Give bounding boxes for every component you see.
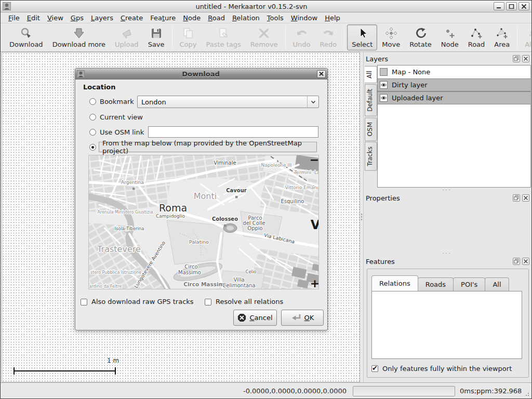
- features-tab-all[interactable]: All: [485, 277, 509, 291]
- toolbar-button-label: Save: [148, 41, 165, 48]
- menu-file[interactable]: File: [5, 13, 23, 23]
- cancel-button[interactable]: Cancel: [233, 310, 277, 326]
- properties-splitter[interactable]: [442, 189, 451, 191]
- toolbar-button-save[interactable]: Save: [143, 24, 169, 50]
- menu-road[interactable]: Road: [204, 13, 229, 23]
- layers-close-icon[interactable]: [522, 55, 529, 62]
- layers-tab-osm[interactable]: OSM: [365, 117, 377, 141]
- toolbar-button-download[interactable]: Download: [5, 24, 48, 50]
- layers-panel-title: Layers: [366, 55, 511, 63]
- menu-layers[interactable]: Layers: [87, 13, 117, 23]
- bookmark-radio[interactable]: [89, 98, 96, 105]
- map-zoom-in-button[interactable]: +: [310, 277, 319, 289]
- map-label-celio: Celio: [245, 269, 256, 274]
- maximize-button[interactable]: [506, 2, 517, 10]
- menu-help[interactable]: Help: [321, 13, 344, 23]
- features-tab-poi-s[interactable]: POI's: [453, 277, 485, 291]
- map-label-circo: Circo: [184, 264, 197, 270]
- osm-link-radio[interactable]: [89, 129, 96, 136]
- app-icon: [3, 2, 11, 10]
- features-splitter[interactable]: [442, 252, 451, 255]
- viewport-filter-checkbox[interactable]: [371, 365, 378, 372]
- toolbar-button-road[interactable]: Road: [463, 24, 490, 50]
- layers-tab-all[interactable]: All: [365, 66, 377, 83]
- menu-gps[interactable]: Gps: [67, 13, 87, 23]
- toolbar-button-redo[interactable]: Redo: [315, 24, 342, 50]
- layer-row-uploaded-layer[interactable]: Uploaded layer: [378, 91, 530, 104]
- menu-view[interactable]: View: [44, 13, 67, 23]
- toolbar-button-label: Select: [352, 41, 373, 48]
- layers-tab-tracks[interactable]: Tracks: [365, 142, 377, 171]
- from-map-radio[interactable]: [89, 144, 96, 151]
- ok-button[interactable]: OK: [281, 310, 324, 326]
- menu-relation[interactable]: Relation: [229, 13, 263, 23]
- resolve-relations-checkbox[interactable]: [205, 299, 211, 305]
- menu-create[interactable]: Create: [117, 13, 147, 23]
- current-view-radio[interactable]: [89, 114, 96, 121]
- map-zoom-out-button[interactable]: −: [310, 155, 319, 166]
- toolbar-button-move[interactable]: Move: [377, 24, 405, 50]
- layer-row-dirty-layer[interactable]: Dirty layer: [378, 78, 530, 91]
- layer-row-map-none[interactable]: Map - None: [378, 65, 530, 78]
- menu-tools[interactable]: Tools: [263, 13, 287, 23]
- layers-panel-header: Layers: [366, 54, 529, 63]
- eye-icon[interactable]: [380, 94, 388, 102]
- features-list[interactable]: [371, 291, 522, 359]
- toolbar-button-undo[interactable]: Undo: [288, 24, 315, 50]
- menu-window[interactable]: Window: [287, 13, 321, 23]
- viewport-filter-row: Only features fully within the viewport: [371, 365, 512, 373]
- coordinates-readout: -0.0000,0.0000,0.0000,0.0000: [243, 387, 347, 395]
- toolbar-button-area[interactable]: Area: [489, 24, 514, 50]
- toolbar-button-select[interactable]: Select: [347, 24, 377, 50]
- layer-checkbox[interactable]: [380, 68, 388, 76]
- features-float-icon[interactable]: [513, 258, 520, 265]
- menu-feature[interactable]: Feature: [147, 13, 179, 23]
- dialog-title-bar[interactable]: Download: [75, 69, 327, 79]
- cancel-button-label: Cancel: [249, 314, 272, 322]
- toolbar-button-copy[interactable]: Copy: [175, 24, 202, 50]
- features-tab-bar: RelationsRoadsPOI'sAll: [371, 276, 509, 291]
- status-bar: -0.0000,0.0000,0.0000,0.0000 0ms;ppm:392…: [1, 382, 531, 398]
- resize-grip-icon[interactable]: [523, 390, 530, 397]
- cancel-icon: [237, 313, 246, 322]
- map-label-palatino: Palatino: [189, 239, 209, 245]
- progress-bar: [353, 386, 455, 396]
- features-tab-relations[interactable]: Relations: [371, 275, 418, 291]
- dialog-close-icon[interactable]: [317, 70, 326, 78]
- toolbar-button-align[interactable]: Align: [520, 24, 532, 50]
- toolbar-button-remove[interactable]: Remove: [246, 24, 283, 50]
- map-label-cavour: Cavour: [226, 188, 247, 193]
- location-label: Location: [83, 83, 116, 91]
- toolbar-button-paste-tags[interactable]: Paste tags: [202, 24, 246, 50]
- properties-panel-title: Properties: [366, 194, 511, 202]
- features-tab-roads[interactable]: Roads: [418, 277, 454, 291]
- map-label-ardino-da-feltre: ardino da Feltre: [89, 284, 122, 289]
- download-map-widget[interactable]: ViminaleNapoleone IIITermini -LaArgentin…: [88, 155, 319, 289]
- close-button[interactable]: [518, 2, 529, 10]
- layers-list: Map - NoneDirty layerUploaded layer: [377, 65, 531, 188]
- menu-edit[interactable]: Edit: [23, 13, 44, 23]
- toolbar-button-upload[interactable]: Upload: [110, 24, 143, 50]
- gps-tracks-checkbox[interactable]: [81, 299, 87, 305]
- save-icon: [150, 26, 163, 41]
- map-label-colosseo: Colosseo: [212, 216, 238, 222]
- road-icon: [470, 26, 483, 41]
- layers-float-icon[interactable]: [513, 55, 520, 62]
- eye-icon[interactable]: [380, 81, 388, 89]
- properties-close-icon[interactable]: [522, 194, 529, 202]
- toolbar-button-rotate[interactable]: Rotate: [405, 24, 436, 50]
- map-label-isola-tiberina: Isola Tiberina: [115, 226, 144, 231]
- bookmark-radio-label: Bookmark: [100, 98, 134, 105]
- redo-icon: [322, 26, 335, 41]
- map-label-argentina: Argentina: [121, 180, 144, 185]
- bookmark-combo[interactable]: London: [137, 96, 319, 108]
- minimize-button[interactable]: [494, 2, 504, 10]
- layers-tab-default[interactable]: Default: [365, 84, 377, 116]
- menu-node[interactable]: Node: [179, 13, 204, 23]
- features-close-icon[interactable]: [522, 258, 529, 265]
- properties-float-icon[interactable]: [513, 194, 520, 202]
- osm-link-input[interactable]: [148, 126, 318, 138]
- toolbar-button-download-more[interactable]: Download more: [48, 24, 110, 50]
- right-dock: Layers AllDefaultOSMTracks Map - NoneDir…: [363, 52, 531, 382]
- toolbar-button-node[interactable]: Node: [436, 24, 463, 50]
